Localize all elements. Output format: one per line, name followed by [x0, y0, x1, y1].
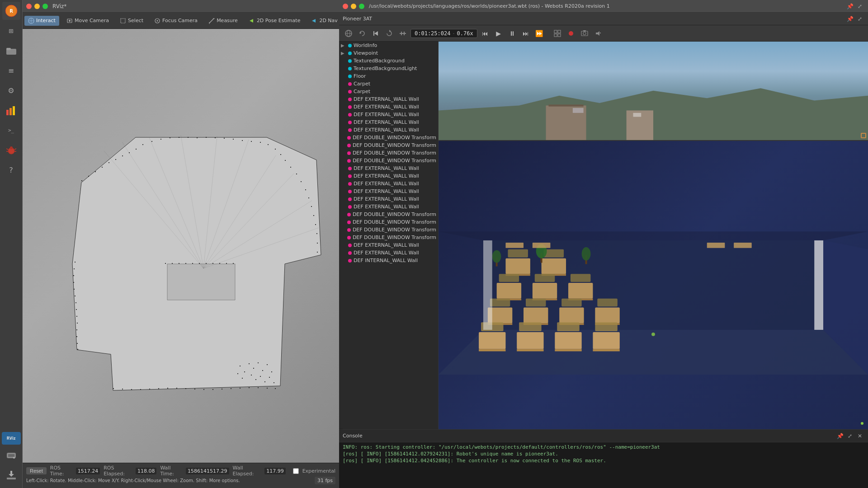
reset-button[interactable]: Reset	[26, 467, 47, 474]
scene-tree-scrollbar[interactable]	[339, 429, 343, 429]
wb-record-btn[interactable]	[565, 28, 577, 39]
rviz-max-btn[interactable]	[42, 4, 48, 9]
toolbar-interact-btn[interactable]: Interact	[24, 16, 59, 26]
rviz-min-btn[interactable]	[34, 4, 40, 9]
sidebar-icon-hdd[interactable]	[2, 446, 20, 465]
svg-rect-125	[264, 381, 265, 382]
toolbar-2d-nav-btn[interactable]: 2D Nav Goal	[307, 16, 339, 26]
toolbar-2d-pose-btn[interactable]: 2D Pose Estimate	[245, 16, 304, 26]
tree-item[interactable]: TexturedBackgroundLight	[339, 65, 438, 72]
wb-grid-btn[interactable]	[552, 28, 563, 39]
svg-point-8	[10, 146, 13, 149]
svg-point-219	[582, 247, 591, 261]
rviz-titlebar: RViz*	[23, 0, 339, 13]
console-pin-btn[interactable]: 📌	[835, 432, 844, 441]
fps-badge: 31 fps	[315, 477, 335, 484]
tree-item[interactable]: Carpet	[339, 88, 438, 95]
wall-time-label: Wall Time:	[160, 465, 182, 477]
sidebar-icon-folder[interactable]	[2, 42, 20, 60]
sidebar-icon-chart[interactable]	[2, 101, 20, 119]
tree-item[interactable]: DEF EXTERNAL_WALL Wall	[339, 164, 438, 172]
scene-tree-content[interactable]: ▶WorldInfo▶Viewpoint TexturedBackground …	[339, 42, 438, 429]
tree-item[interactable]: DEF INTERNAL_WALL Wall	[339, 257, 438, 264]
sidebar-icon-rviz-bottom[interactable]: RViz	[2, 432, 21, 445]
wb-world-btn[interactable]	[343, 28, 354, 39]
tree-item[interactable]: DEF EXTERNAL_WALL Wall	[339, 126, 438, 134]
wb-volume-btn[interactable]	[592, 28, 604, 39]
tree-item[interactable]: DEF EXTERNAL_WALL Wall	[339, 111, 438, 118]
tree-dot-icon	[348, 251, 352, 255]
tree-item[interactable]: DEF DOUBLE_WINDOW Transform	[339, 141, 438, 149]
wb-revert-btn[interactable]	[356, 28, 368, 39]
wb-fast-forward-btn[interactable]: ⏩	[533, 28, 545, 39]
tree-item[interactable]: DEF DOUBLE_WINDOW Transform	[339, 226, 438, 234]
wb-skip-start-btn[interactable]: ⏮	[479, 28, 491, 39]
svg-rect-65	[233, 139, 234, 140]
console-expand-btn[interactable]: ⤢	[845, 432, 854, 441]
svg-rect-63	[215, 137, 216, 138]
sidebar-icon-bug[interactable]	[2, 141, 20, 159]
wb-settings-btn[interactable]	[397, 28, 409, 39]
sidebar-icon-layers[interactable]: ≡	[2, 61, 20, 80]
svg-rect-94	[233, 263, 234, 264]
webots-expand-btn[interactable]: ⤢	[855, 2, 864, 11]
tree-item[interactable]: DEF EXTERNAL_WALL Wall	[339, 195, 438, 203]
svg-rect-105	[203, 389, 204, 390]
svg-rect-203	[479, 349, 505, 352]
wb-pause-btn[interactable]: ⏸	[506, 28, 518, 39]
toolbar-measure-btn[interactable]: Measure	[205, 16, 241, 26]
left-sidebar: R ⊞ ≡ ⚙ >_ ?	[0, 0, 23, 488]
webots-max-btn[interactable]	[359, 4, 364, 9]
wb-play-btn[interactable]: ▶	[493, 28, 505, 39]
tree-item[interactable]: DEF EXTERNAL_WALL Wall	[339, 241, 438, 249]
tree-item[interactable]: DEF DOUBLE_WINDOW Transform	[339, 218, 438, 226]
tree-item[interactable]: DEF EXTERNAL_WALL Wall	[339, 249, 438, 257]
webots-pin-btn[interactable]: 📌	[845, 2, 854, 11]
svg-rect-211	[593, 332, 619, 349]
tree-item[interactable]: DEF EXTERNAL_WALL Wall	[339, 203, 438, 211]
svg-rect-140	[76, 329, 77, 330]
toolbar-move-camera-btn[interactable]: Move Camera	[63, 16, 113, 26]
tree-item[interactable]: DEF EXTERNAL_WALL Wall	[339, 95, 438, 103]
sidebar-icon-rviz[interactable]: R	[2, 2, 20, 20]
pioneer-expand-btn[interactable]: ⤢	[855, 14, 864, 23]
sidebar-icon-help[interactable]: ?	[2, 161, 20, 179]
rviz-close-btn[interactable]	[26, 4, 32, 9]
tree-item-label: DEF EXTERNAL_WALL Wall	[354, 112, 419, 117]
tree-item[interactable]: Floor	[339, 72, 438, 80]
rviz-3d-view[interactable]: ▸	[23, 29, 339, 463]
tree-item[interactable]: DEF EXTERNAL_WALL Wall	[339, 188, 438, 195]
console-content: INFO: ros: Starting controller: "/usr/lo…	[339, 442, 868, 488]
tree-item[interactable]: DEF DOUBLE_WINDOW Transform	[339, 134, 438, 141]
tree-item[interactable]: DEF DOUBLE_WINDOW Transform	[339, 157, 438, 164]
console-close-btn[interactable]: ✕	[855, 432, 864, 441]
tree-item[interactable]: DEF EXTERNAL_WALL Wall	[339, 118, 438, 126]
tree-item[interactable]: ▶WorldInfo	[339, 42, 438, 49]
wb-screenshot-btn[interactable]	[579, 28, 590, 39]
tree-item[interactable]: Carpet	[339, 80, 438, 88]
experimental-checkbox[interactable]	[293, 468, 299, 474]
sidebar-icon-terminal[interactable]: >_	[2, 121, 20, 139]
wb-step-forward-btn[interactable]: ⏭	[520, 28, 532, 39]
svg-rect-6	[13, 106, 15, 115]
svg-rect-212	[593, 349, 619, 352]
webots-min-btn[interactable]	[351, 4, 356, 9]
wb-reload-btn[interactable]	[383, 28, 395, 39]
sidebar-icon-settings[interactable]: ⚙	[2, 81, 20, 99]
toolbar-select-btn[interactable]: Select	[116, 16, 147, 26]
tree-item[interactable]: DEF DOUBLE_WINDOW Transform	[339, 211, 438, 218]
pioneer-pin-btn[interactable]: 📌	[845, 14, 854, 23]
tree-item[interactable]: DEF DOUBLE_WINDOW Transform	[339, 149, 438, 157]
tree-item[interactable]: TexturedBackground	[339, 57, 438, 65]
webots-close-btn[interactable]	[343, 4, 348, 9]
tree-item[interactable]: DEF EXTERNAL_WALL Wall	[339, 180, 438, 188]
sidebar-icon-download[interactable]	[2, 466, 20, 484]
sidebar-icon-display[interactable]: ⊞	[2, 22, 20, 40]
tree-item[interactable]: DEF EXTERNAL_WALL Wall	[339, 172, 438, 180]
wb-step-back-btn[interactable]	[370, 28, 382, 39]
tree-item[interactable]: ▶Viewpoint	[339, 49, 438, 57]
tree-item[interactable]: DEF EXTERNAL_WALL Wall	[339, 103, 438, 111]
tree-item[interactable]: DEF DOUBLE_WINDOW Transform	[339, 234, 438, 241]
wb-speed-value: 0.76x	[457, 30, 473, 37]
toolbar-focus-camera-btn[interactable]: Focus Camera	[151, 16, 201, 26]
